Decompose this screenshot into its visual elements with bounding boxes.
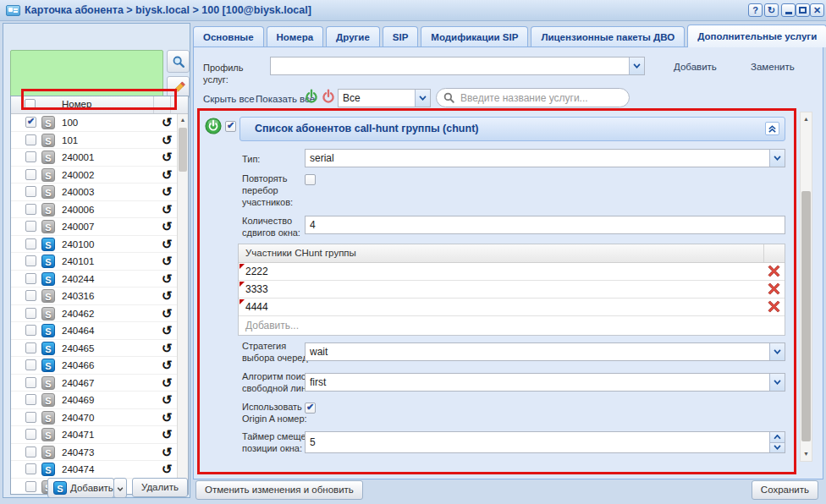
history-icon[interactable]: ↺ xyxy=(162,133,173,148)
repeat-checkbox[interactable] xyxy=(305,174,316,185)
filter-combobox-input[interactable] xyxy=(339,90,415,107)
subscriber-row[interactable]: S240471↺ xyxy=(11,426,188,444)
chevron-down-icon[interactable] xyxy=(769,374,785,391)
history-icon[interactable]: ↺ xyxy=(162,254,173,269)
row-checkbox[interactable] xyxy=(25,429,36,440)
subscriber-row[interactable]: S240007↺ xyxy=(11,218,188,236)
subscriber-row[interactable]: S240003↺ xyxy=(11,184,188,201)
profile-replace-button[interactable]: Заменить xyxy=(751,62,795,72)
history-icon[interactable]: ↺ xyxy=(162,410,173,425)
tab[interactable]: Дополнительные услуги xyxy=(687,25,826,47)
chevron-down-icon[interactable] xyxy=(769,150,785,167)
search-button[interactable] xyxy=(167,50,190,73)
origin-a-checkbox[interactable] xyxy=(305,403,316,414)
row-checkbox[interactable] xyxy=(25,221,36,232)
subscriber-row[interactable]: S240465↺ xyxy=(11,340,188,358)
add-subscriber-button[interactable]: S Добавить xyxy=(47,478,114,498)
chevron-down-icon[interactable] xyxy=(629,58,644,74)
chevron-down-icon[interactable] xyxy=(769,343,785,360)
type-combobox-input[interactable] xyxy=(306,150,769,167)
spinner-up-button[interactable] xyxy=(770,432,785,442)
cancel-refresh-button[interactable]: Отменить изменения и обновить xyxy=(195,480,363,500)
history-icon[interactable]: ↺ xyxy=(162,271,173,287)
row-checkbox[interactable] xyxy=(25,186,36,197)
row-checkbox[interactable] xyxy=(25,463,36,474)
subscriber-row[interactable]: S240464↺ xyxy=(11,322,188,340)
row-checkbox[interactable] xyxy=(25,204,36,215)
history-icon[interactable]: ↺ xyxy=(162,375,173,391)
subscriber-list-scrollbar[interactable]: ▲ ▼ xyxy=(177,114,188,494)
type-combobox[interactable] xyxy=(305,149,785,167)
spinner-down-button[interactable] xyxy=(770,442,785,453)
subscriber-row[interactable]: S240101↺ xyxy=(11,253,188,271)
history-icon[interactable]: ↺ xyxy=(162,219,173,234)
delete-subscriber-button[interactable]: Удалить xyxy=(132,478,188,497)
save-button[interactable]: Сохранить xyxy=(752,480,818,500)
service-search-input[interactable] xyxy=(459,90,622,106)
close-button[interactable]: ✕ xyxy=(810,3,824,17)
scroll-thumb[interactable] xyxy=(801,191,811,441)
history-icon[interactable]: ↺ xyxy=(162,167,173,183)
disable-all-power-icon[interactable] xyxy=(322,89,335,107)
history-icon[interactable]: ↺ xyxy=(162,202,173,217)
row-checkbox[interactable] xyxy=(25,446,36,457)
profile-combobox-input[interactable] xyxy=(271,58,629,74)
window-shifts-input[interactable] xyxy=(306,216,785,233)
profile-add-button[interactable]: Добавить xyxy=(674,62,717,72)
row-checkbox[interactable] xyxy=(25,117,36,128)
tab[interactable]: Лицензионные пакеты ДВО xyxy=(531,26,685,47)
tab[interactable]: Другие xyxy=(326,26,380,47)
chevron-down-icon[interactable] xyxy=(415,90,430,107)
row-checkbox[interactable] xyxy=(25,308,36,319)
window-shifts-field[interactable] xyxy=(305,216,785,234)
line-search-input[interactable] xyxy=(306,374,769,391)
service-enabled-power-icon[interactable] xyxy=(205,118,222,136)
history-icon[interactable]: ↺ xyxy=(162,392,173,408)
add-member-row[interactable]: Добавить... xyxy=(239,316,785,334)
enable-all-power-icon[interactable] xyxy=(305,89,318,107)
maximize-button[interactable] xyxy=(796,3,810,17)
tab[interactable]: SIP xyxy=(383,26,419,47)
subscriber-row[interactable]: S240244↺ xyxy=(11,271,188,288)
history-icon[interactable]: ↺ xyxy=(162,237,173,252)
row-checkbox[interactable] xyxy=(25,342,36,353)
row-checkbox[interactable] xyxy=(25,134,36,145)
row-checkbox[interactable] xyxy=(25,325,36,336)
window-timer-field[interactable] xyxy=(305,431,785,453)
row-checkbox[interactable] xyxy=(25,412,36,423)
history-icon[interactable]: ↺ xyxy=(162,427,173,442)
services-scrollbar[interactable]: ▲ ▼ xyxy=(800,112,812,462)
history-icon[interactable]: ↺ xyxy=(162,184,173,200)
subscriber-row[interactable]: S101↺ xyxy=(11,132,188,150)
row-checkbox[interactable] xyxy=(25,255,36,266)
history-icon[interactable]: ↺ xyxy=(162,323,173,338)
subscriber-row[interactable]: S240001↺ xyxy=(11,149,188,167)
subscriber-row[interactable]: S240474↺ xyxy=(11,461,188,479)
subscriber-row[interactable]: S240006↺ xyxy=(11,201,188,219)
member-value[interactable]: 4444 xyxy=(239,299,763,315)
history-icon[interactable]: ↺ xyxy=(162,341,173,356)
tab[interactable]: Основные xyxy=(193,26,264,47)
history-icon[interactable]: ↺ xyxy=(162,306,173,321)
row-checkbox[interactable] xyxy=(25,169,36,180)
row-checkbox[interactable] xyxy=(25,359,36,370)
profile-combobox[interactable] xyxy=(270,57,645,75)
member-value[interactable]: 2222 xyxy=(239,263,763,280)
row-checkbox[interactable] xyxy=(25,481,36,492)
hide-all-button[interactable]: Скрыть все xyxy=(203,94,255,104)
queue-strategy-combobox[interactable] xyxy=(305,342,785,361)
subscriber-row[interactable]: S240470↺ xyxy=(11,409,188,427)
service-search-field[interactable] xyxy=(436,88,630,107)
scroll-up-icon[interactable]: ▲ xyxy=(801,113,812,125)
collapse-button[interactable] xyxy=(765,122,779,135)
window-timer-input[interactable] xyxy=(306,432,769,452)
subscriber-row[interactable]: S240100↺ xyxy=(11,236,188,254)
delete-member-icon[interactable] xyxy=(768,265,781,278)
refresh-button[interactable]: ↻ xyxy=(764,3,779,17)
history-icon[interactable]: ↺ xyxy=(162,115,173,130)
tab[interactable]: Модификации SIP xyxy=(421,26,528,47)
row-checkbox[interactable] xyxy=(25,151,36,162)
subscriber-row[interactable]: S240473↺ xyxy=(11,444,188,462)
add-subscriber-arrow[interactable] xyxy=(113,478,127,498)
history-icon[interactable]: ↺ xyxy=(162,150,173,165)
